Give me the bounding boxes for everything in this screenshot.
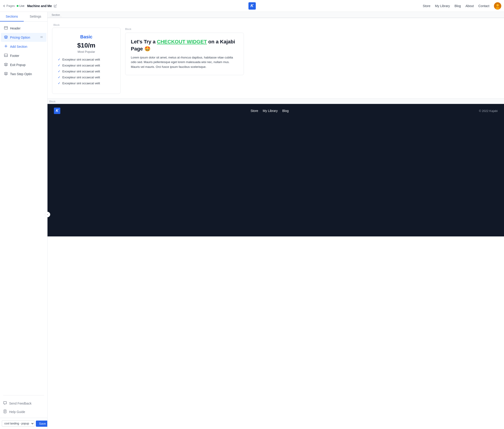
sidebar-add-section-label: Add Section xyxy=(10,45,27,48)
sidebar-bottom: Send Feedback Help Guide xyxy=(0,397,47,418)
sidebar-tabs: Sections Settings xyxy=(0,12,47,22)
sidebar-divider xyxy=(3,395,44,395)
pricing-feature-5: ✓ Excepteur sint occaecat velit xyxy=(58,81,115,85)
checkout-title-start: Let's Try a xyxy=(131,39,157,45)
sidebar-footer-bar: cool landing - popup Save xyxy=(0,418,47,429)
sidebar-item-pricing-option[interactable]: Pricing Option xyxy=(1,33,46,42)
footer-nav-my-library[interactable]: My Library xyxy=(263,109,278,113)
section-label: Section xyxy=(50,13,62,17)
check-icon-4: ✓ xyxy=(58,75,61,79)
dark-section xyxy=(47,118,504,236)
drag-handle-icon[interactable] xyxy=(40,36,43,39)
header-icon xyxy=(4,26,8,30)
top-nav-left: Pages Live Machine and Me xyxy=(3,4,57,8)
check-icon-3: ✓ xyxy=(58,70,61,73)
help-guide-label: Help Guide xyxy=(9,410,25,414)
sidebar-exit-popup-label: Exit Popup xyxy=(10,63,26,67)
checkout-title: Let's Try a CHECKOUT WIDGET on a Kajabi … xyxy=(131,38,238,53)
footer-nav: Store My Library Blog xyxy=(250,109,289,113)
footer-icon xyxy=(4,54,8,58)
layers-icon-exit xyxy=(4,63,8,67)
pricing-feature-4: ✓ Excepteur sint occaecat velit xyxy=(58,75,115,79)
block-label-footer: Block xyxy=(49,100,55,103)
doc-icon xyxy=(3,410,7,414)
pages-label: Pages xyxy=(6,4,15,8)
chat-icon xyxy=(3,401,7,405)
sidebar-footer-label: Footer xyxy=(10,54,19,58)
sidebar-item-two-step-optin[interactable]: Two Step Optin xyxy=(1,70,46,78)
sidebar-header-label: Header xyxy=(10,27,21,30)
template-select[interactable]: cool landing - popup xyxy=(2,420,35,427)
main-layout: Sections Settings Header xyxy=(0,12,504,429)
pages-back-button[interactable]: Pages xyxy=(3,4,15,8)
check-icon-5: ✓ xyxy=(58,81,61,85)
sidebar-item-header[interactable]: Header xyxy=(1,24,46,33)
sidebar-item-footer[interactable]: Footer xyxy=(1,51,46,60)
top-nav-logo: K xyxy=(248,2,256,9)
sidebar-item-exit-popup[interactable]: Exit Popup xyxy=(1,60,46,69)
feature-text-2: Excepteur sint occaecat velit xyxy=(62,64,100,67)
live-label: Live xyxy=(19,4,25,8)
feature-text-4: Excepteur sint occaecat velit xyxy=(62,76,100,79)
canvas-inner: Section Block Basic $10/m Most Popular xyxy=(47,12,504,429)
footer-logo-k: K xyxy=(56,109,58,113)
logo-k: K xyxy=(250,3,254,8)
sidebar-item-add-section[interactable]: Add Section xyxy=(1,42,46,51)
sidebar-sections-list: Header Pricing Option xyxy=(0,22,47,393)
live-dot xyxy=(17,5,18,7)
block-label-pricing: Block xyxy=(52,23,61,27)
sidebar-send-feedback[interactable]: Send Feedback xyxy=(0,399,47,408)
checkout-column: Block Let's Try a CHECKOUT WIDGET on a K… xyxy=(125,28,499,75)
site-title: Machine and Me xyxy=(27,4,52,8)
footer-nav-store[interactable]: Store xyxy=(250,109,258,113)
svg-rect-7 xyxy=(4,54,8,57)
pricing-features: ✓ Excepteur sint occaecat velit ✓ Except… xyxy=(58,58,115,85)
checkout-title-link: CHECKOUT WIDGET xyxy=(157,39,207,45)
section-label-bar: Section xyxy=(47,12,504,18)
user-avatar[interactable] xyxy=(494,2,501,9)
footer-canvas-section: Block K Store My Library Blog © 2022 Kaj… xyxy=(47,98,504,118)
nav-my-library[interactable]: My Library xyxy=(435,4,450,8)
save-button[interactable]: Save xyxy=(36,420,47,427)
send-feedback-label: Send Feedback xyxy=(9,402,32,405)
block-label-footer-bar: Block xyxy=(47,99,504,104)
plus-icon xyxy=(4,44,8,49)
nav-store[interactable]: Store xyxy=(423,4,430,8)
footer-nav-blog[interactable]: Blog xyxy=(282,109,289,113)
nav-blog[interactable]: Blog xyxy=(454,4,461,8)
svg-rect-3 xyxy=(4,27,8,29)
layers-icon-twostep xyxy=(4,72,8,76)
check-icon-1: ✓ xyxy=(58,58,61,61)
feature-text-1: Excepteur sint occaecat velit xyxy=(62,58,100,61)
feature-text-5: Excepteur sint occaecat velit xyxy=(62,81,100,85)
checkout-block: Let's Try a CHECKOUT WIDGET on a Kajabi … xyxy=(125,33,244,75)
top-navigation: Pages Live Machine and Me K Store My Lib… xyxy=(0,0,504,12)
sidebar: Sections Settings Header xyxy=(0,12,47,429)
layers-icon-pricing xyxy=(4,35,8,39)
nav-about[interactable]: About xyxy=(465,4,474,8)
pricing-card: Basic $10/m Most Popular ✓ Excepteur sin… xyxy=(52,28,121,94)
nav-contact[interactable]: Contact xyxy=(478,4,489,8)
sidebar-help-guide[interactable]: Help Guide xyxy=(0,408,47,416)
block-label-checkout: Block xyxy=(125,28,499,30)
checkout-description: Lorem ipsum dolor sit amet, metus at rho… xyxy=(131,55,238,70)
pricing-card-wrapper: Basic $10/m Most Popular ✓ Excepteur sin… xyxy=(52,28,499,94)
pricing-price: $10/m xyxy=(58,42,115,49)
pricing-feature-2: ✓ Excepteur sint occaecat velit xyxy=(58,63,115,67)
kajabi-logo: K xyxy=(248,2,256,9)
svg-point-1 xyxy=(496,4,499,6)
pricing-plan-name: Basic xyxy=(58,34,115,39)
footer-copyright: © 2022 Kajabi xyxy=(479,109,498,113)
pricing-section: Block Basic $10/m Most Popular ✓ Excepte… xyxy=(47,18,504,98)
pricing-feature-3: ✓ Excepteur sint occaecat velit xyxy=(58,70,115,73)
external-link-icon[interactable] xyxy=(54,4,57,8)
feature-text-3: Excepteur sint occaecat velit xyxy=(62,70,100,73)
pricing-feature-1: ✓ Excepteur sint occaecat velit xyxy=(58,58,115,61)
footer-logo: K xyxy=(54,107,60,114)
tab-sections[interactable]: Sections xyxy=(0,12,24,21)
tab-settings[interactable]: Settings xyxy=(24,12,47,21)
pricing-popular: Most Popular xyxy=(58,50,115,54)
canvas-area: Section Block Basic $10/m Most Popular xyxy=(47,12,504,429)
block-label-bar: Block xyxy=(52,23,499,27)
svg-point-2 xyxy=(495,7,500,9)
